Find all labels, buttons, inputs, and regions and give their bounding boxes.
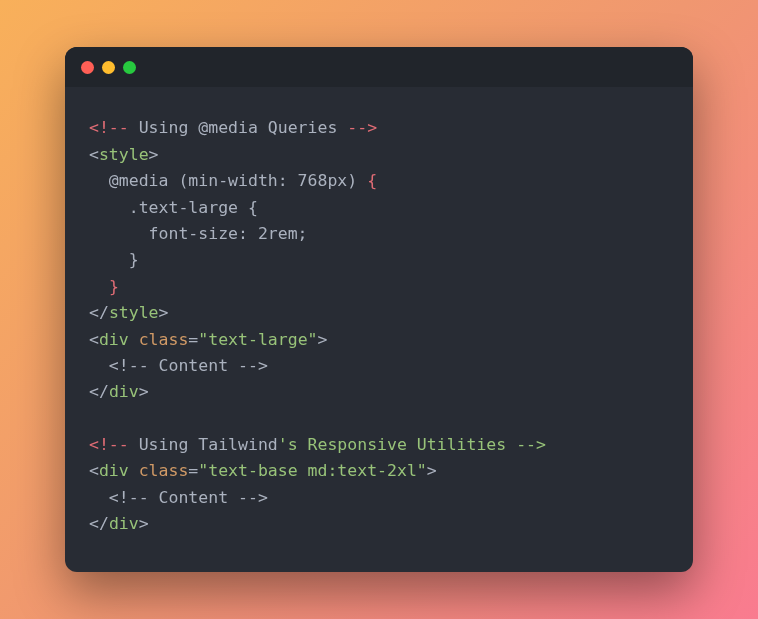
code-line: </div> [89,514,149,533]
close-icon[interactable] [81,61,94,74]
code-block: <!-- Using @media Queries --> <style> @m… [65,87,693,571]
code-line: <!-- Using @media Queries --> [89,118,377,137]
code-line: } [89,250,139,269]
code-line: <div class="text-base md:text-2xl"> [89,461,437,480]
code-line: } [89,277,119,296]
code-line: </style> [89,303,168,322]
minimize-icon[interactable] [102,61,115,74]
code-line: <div class="text-large"> [89,330,327,349]
code-window: <!-- Using @media Queries --> <style> @m… [65,47,693,571]
code-line: <!-- Content --> [89,356,268,375]
code-line: <!-- Using Tailwind's Responsive Utiliti… [89,435,546,454]
code-line: .text-large { [89,198,258,217]
code-line: </div> [89,382,149,401]
code-line: <style> [89,145,159,164]
code-line: font-size: 2rem; [89,224,308,243]
titlebar [65,47,693,87]
code-line: <!-- Content --> [89,488,268,507]
code-line: @media (min-width: 768px) { [89,171,377,190]
maximize-icon[interactable] [123,61,136,74]
